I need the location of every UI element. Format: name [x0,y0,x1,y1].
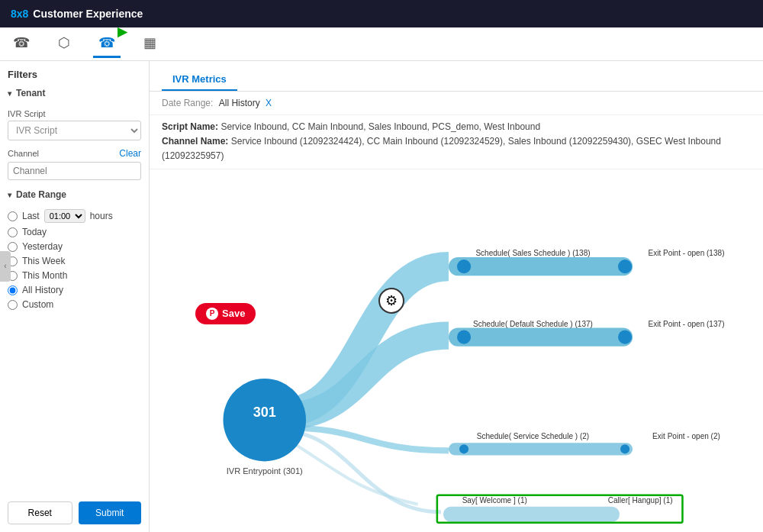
date-all-history-option: All History [8,285,141,295]
last-label: Last [22,211,40,221]
this-month-label: This Month [22,270,67,281]
save-label: Save [222,308,245,319]
sidebar-collapse-handle[interactable]: ‹ [0,251,11,282]
this-week-label: This Week [22,256,65,266]
main-layout: Filters ▾ Tenant IVR Script IVR Script C… [0,61,763,532]
svg-text:Schedule( Sales Schedule ) (13: Schedule( Sales Schedule ) (138) [475,249,590,257]
yesterday-label: Yesterday [22,241,63,252]
nav-org[interactable]: ⬡ [50,31,78,58]
tab-ivr-metrics[interactable]: IVR Metrics [162,69,237,91]
sidebar-title: Filters [8,69,141,80]
svg-rect-18 [443,506,620,521]
top-bar: 8x8 Customer Experience [0,0,763,27]
nav-phone[interactable]: ☎ [8,31,35,58]
svg-rect-1 [449,327,633,346]
date-last-option: Last 01:00 hours [8,209,141,223]
content-header: IVR Metrics [150,61,763,92]
reset-button[interactable]: Reset [8,501,72,524]
tenant-section-header[interactable]: ▾ Tenant [8,88,141,98]
date-range-section-header[interactable]: ▾ Date Range [8,189,141,200]
date-this-week-option: This Week [8,256,141,266]
svg-point-6 [618,330,632,343]
date-yesterday-option: Yesterday [8,241,141,252]
date-range-chevron: ▾ [8,191,11,199]
nav-report[interactable]: ▦ [136,31,163,58]
svg-point-8 [620,444,629,453]
icon-nav: ☎ ⬡ ☎ ▶ ▦ [0,27,763,61]
filter-bar: Date Range: All History X [150,92,763,115]
date-range-options: Last 01:00 hours Today Yesterday This We… [8,209,141,314]
today-radio[interactable] [8,227,18,237]
brand-logo: 8x8 [11,8,28,20]
svg-point-3 [457,260,471,273]
svg-point-5 [457,330,471,343]
gear-settings-icon[interactable]: ⚙ [378,288,404,314]
svg-text:Exit Point - open (138): Exit Point - open (138) [649,249,725,257]
pinterest-icon: P [206,308,218,320]
sidebar-footer: Reset Submit [8,494,141,524]
date-range-filter-value: All History [219,98,260,108]
chart-area: Schedule( Sales Schedule ) (138) Exit Po… [150,169,763,532]
date-custom-option: Custom [8,299,141,310]
ivr-script-select[interactable]: IVR Script [8,121,141,140]
date-range-filter-label: Date Range: [162,98,213,108]
date-today-option: Today [8,227,141,237]
channel-label: Channel [8,149,39,158]
svg-text:Exit Point - open (137): Exit Point - open (137) [649,319,725,327]
all-history-radio[interactable] [8,285,18,295]
channel-clear[interactable]: Clear [119,148,141,159]
meta-info: Script Name: Service Inbound, CC Main In… [150,115,763,169]
tenant-label: Tenant [16,88,45,98]
svg-text:301: 301 [253,405,276,420]
svg-text:IVR Entrypoint (301): IVR Entrypoint (301) [227,466,303,475]
svg-point-7 [459,444,468,453]
channel-row: Channel Clear [8,148,141,159]
channel-name-label: Channel Name: [162,136,228,147]
submit-button[interactable]: Submit [79,501,142,524]
hours-text: hours [90,211,113,221]
svg-text:Say[ Welcome ] (1): Say[ Welcome ] (1) [462,495,527,504]
channel-input[interactable] [8,162,141,180]
last-radio[interactable] [8,211,18,221]
all-history-label: All History [22,285,63,295]
svg-text:Caller[ Hangup] (1): Caller[ Hangup] (1) [608,495,673,504]
svg-text:Exit Point - open (2): Exit Point - open (2) [652,432,720,440]
hours-select[interactable]: 01:00 [44,209,85,223]
custom-radio[interactable] [8,300,18,310]
ivr-script-label: IVR Script [8,109,141,118]
svg-text:Schedule( Default Schedule ) (: Schedule( Default Schedule ) (137) [473,319,593,327]
custom-label: Custom [22,299,53,310]
channel-name-value: Service Inbound (12092324424), CC Main I… [162,136,721,161]
ivr-flow-svg: Schedule( Sales Schedule ) (138) Exit Po… [150,169,763,532]
svg-text:Schedule( Service Schedule ) (: Schedule( Service Schedule ) (2) [477,432,589,440]
nav-ivr[interactable]: ☎ ▶ [93,31,121,58]
content-area: IVR Metrics Date Range: All History X Sc… [150,61,763,532]
app-title: Customer Experience [33,8,143,20]
today-label: Today [22,227,47,237]
tab-row: IVR Metrics [162,69,751,91]
script-name-value: Service Inbound, CC Main Inbound, Sales … [221,121,540,132]
green-arrow-indicator: ▶ [118,24,127,39]
sidebar: Filters ▾ Tenant IVR Script IVR Script C… [0,61,150,532]
gear-symbol: ⚙ [385,292,398,309]
date-range-clear-icon[interactable]: X [266,98,272,108]
date-this-month-option: This Month [8,270,141,281]
channel-name-row: Channel Name: Service Inbound (120923244… [162,134,751,163]
script-name-label: Script Name: [162,121,218,132]
svg-rect-2 [449,443,633,455]
save-button[interactable]: P Save [195,303,256,324]
svg-rect-0 [449,257,633,276]
yesterday-radio[interactable] [8,242,18,252]
svg-point-4 [618,260,632,273]
date-range-label: Date Range [16,189,66,200]
script-name-row: Script Name: Service Inbound, CC Main In… [162,120,751,134]
tenant-chevron: ▾ [8,89,11,98]
svg-point-15 [223,378,306,461]
